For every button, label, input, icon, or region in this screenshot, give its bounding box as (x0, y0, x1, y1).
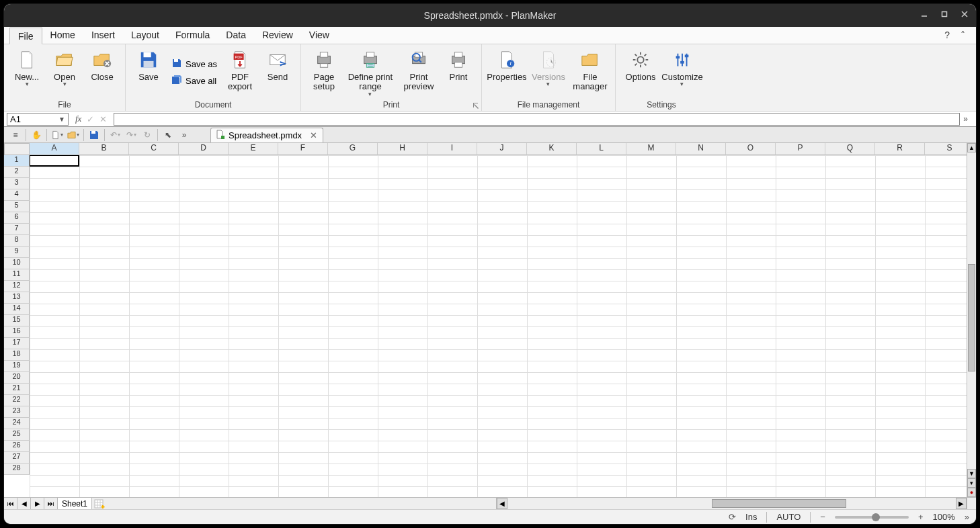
column-header[interactable]: Q (825, 143, 875, 155)
sheet-tab[interactable]: Sheet1 (58, 498, 92, 509)
row-header[interactable]: 5 (4, 201, 30, 212)
tab-next-button[interactable]: ▶ (31, 498, 44, 509)
save-as-button[interactable]: Save as (169, 56, 220, 73)
row-header[interactable]: 21 (4, 384, 30, 395)
new-sheet-button[interactable] (92, 498, 107, 509)
row-header[interactable]: 28 (4, 464, 30, 475)
column-header[interactable]: M (626, 143, 676, 155)
column-header[interactable]: O (726, 143, 776, 155)
row-header[interactable]: 7 (4, 224, 30, 235)
row-header[interactable]: 25 (4, 429, 30, 441)
row-header[interactable]: 3 (4, 178, 30, 189)
row-header[interactable]: 17 (4, 338, 30, 349)
scroll-right-button[interactable]: ▶ (956, 498, 967, 509)
function-wizard-button[interactable]: fx (75, 114, 81, 124)
qat-redo-button[interactable]: ↷ (125, 129, 137, 141)
cancel-formula-button[interactable]: ✕ (99, 114, 107, 124)
row-header[interactable]: 22 (4, 395, 30, 406)
menu-insert[interactable]: Insert (83, 27, 123, 44)
options-button[interactable]: Options (621, 47, 660, 99)
row-header[interactable]: 4 (4, 189, 30, 201)
column-headers[interactable]: ABCDEFGHIJKLMNOPQRS (30, 143, 967, 155)
tab-prev-button[interactable]: ◀ (17, 498, 31, 509)
zoom-out-button[interactable]: − (820, 512, 825, 522)
column-header[interactable]: K (527, 143, 577, 155)
column-header[interactable]: A (30, 143, 79, 155)
accept-formula-button[interactable]: ✓ (87, 114, 94, 124)
column-header[interactable]: R (875, 143, 925, 155)
vertical-scrollbar[interactable]: ▲ ▼ ▾ ● (967, 143, 976, 497)
new-button[interactable]: New...▾ (9, 47, 44, 99)
row-header[interactable]: 23 (4, 406, 30, 418)
print-button[interactable]: Print (441, 47, 476, 99)
row-header[interactable]: 2 (4, 167, 30, 178)
close-button[interactable] (957, 7, 972, 21)
zoom-more-button[interactable]: » (965, 512, 969, 522)
document-tab[interactable]: Spreadsheet.pmdx ✕ (210, 128, 323, 142)
row-header[interactable]: 1 (4, 155, 30, 167)
print-range-button[interactable]: Define print range▾ (344, 47, 397, 99)
zoom-in-button[interactable]: + (918, 512, 924, 522)
file-manager-button[interactable]: File manager (571, 47, 610, 99)
column-header[interactable]: F (278, 143, 328, 155)
status-ins[interactable]: Ins (745, 512, 757, 522)
scroll-down-button[interactable]: ▼ (967, 469, 976, 478)
row-header[interactable]: 6 (4, 212, 30, 224)
column-header[interactable]: H (378, 143, 427, 155)
column-header[interactable]: E (229, 143, 278, 155)
horizontal-scrollbar[interactable]: ◀ ▶ (496, 498, 967, 509)
column-header[interactable]: B (79, 143, 129, 155)
formula-input[interactable] (114, 113, 960, 126)
column-header[interactable]: D (179, 143, 229, 155)
row-header[interactable]: 10 (4, 258, 30, 269)
qat-new-button[interactable] (51, 129, 63, 141)
versions-button[interactable]: Versions▾ (529, 47, 568, 99)
tab-last-button[interactable]: ⏭ (44, 498, 58, 509)
menu-view[interactable]: View (301, 27, 337, 44)
column-header[interactable]: N (676, 143, 726, 155)
menu-review[interactable]: Review (254, 27, 301, 44)
row-header[interactable]: 20 (4, 372, 30, 384)
column-header[interactable]: S (925, 143, 967, 155)
row-header[interactable]: 12 (4, 281, 30, 292)
save-all-button[interactable]: Save all (169, 73, 220, 89)
expand-formula-bar-button[interactable]: » (963, 114, 968, 124)
zoom-level[interactable]: 100% (933, 512, 955, 522)
refresh-button[interactable]: ⟳ (729, 512, 736, 522)
send-button[interactable]: Send (260, 47, 295, 99)
minimize-button[interactable] (917, 7, 932, 21)
row-header[interactable]: 11 (4, 269, 30, 281)
tab-first-button[interactable]: ⏮ (4, 498, 17, 509)
select-all-cell[interactable] (4, 143, 30, 155)
row-header[interactable]: 27 (4, 452, 30, 464)
qat-repeat-button[interactable]: ↻ (141, 129, 153, 141)
scroll-page-down-button[interactable]: ▾ (967, 478, 976, 488)
column-header[interactable]: P (776, 143, 825, 155)
menu-file[interactable]: File (9, 28, 42, 44)
scroll-left-button[interactable]: ◀ (497, 498, 507, 509)
row-header[interactable]: 9 (4, 247, 30, 258)
print-group-launcher[interactable] (473, 102, 479, 109)
hscroll-thumb[interactable] (712, 499, 846, 508)
row-header[interactable]: 13 (4, 292, 30, 304)
row-header[interactable]: 15 (4, 315, 30, 326)
qat-more-button[interactable]: » (178, 129, 190, 141)
document-tab-close-button[interactable]: ✕ (310, 130, 317, 140)
qat-pointer-button[interactable]: ⬉ (162, 129, 174, 141)
row-headers[interactable]: 1234567891011121314151617181920212223242… (4, 155, 30, 497)
menu-home[interactable]: Home (42, 27, 83, 44)
qat-undo-button[interactable]: ↶ (109, 129, 121, 141)
menu-formula[interactable]: Formula (167, 27, 218, 44)
open-button[interactable]: Open▾ (47, 47, 82, 99)
menu-layout[interactable]: Layout (123, 27, 167, 44)
column-header[interactable]: G (328, 143, 378, 155)
column-header[interactable]: J (477, 143, 527, 155)
page-setup-button[interactable]: Page setup (307, 47, 341, 99)
column-header[interactable]: I (427, 143, 477, 155)
qat-open-button[interactable] (67, 129, 79, 141)
maximize-button[interactable] (937, 7, 952, 21)
print-preview-button[interactable]: Print preview (399, 47, 438, 99)
column-header[interactable]: L (577, 143, 626, 155)
properties-button[interactable]: i Properties (487, 47, 526, 99)
scroll-record-button[interactable]: ● (967, 488, 976, 497)
